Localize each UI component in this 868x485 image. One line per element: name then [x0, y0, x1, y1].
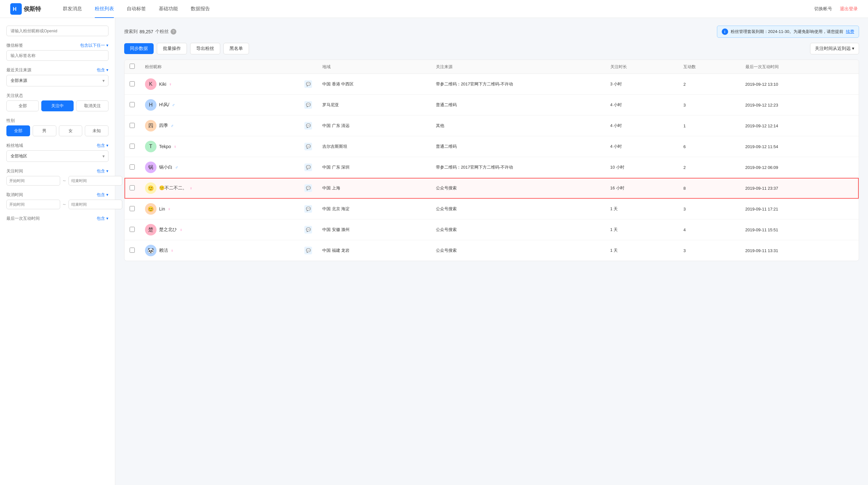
cancel-time-range: ～ 📅: [6, 200, 108, 209]
fan-follow-duration: 16 小时: [605, 178, 679, 199]
nav-item-auto-tag[interactable]: 自动标签: [120, 0, 152, 18]
cancel-time-start[interactable]: [6, 200, 60, 209]
nav-item-fan-list[interactable]: 粉丝列表: [88, 0, 120, 18]
follow-time-start[interactable]: [6, 176, 60, 186]
fan-name-cell: H H\风/ ♂: [145, 99, 292, 111]
table-row: 😊 Lin ♀ 💬中国 北京 海淀公众号搜索1 天32019-09-11 17:…: [124, 199, 859, 220]
fan-search-input[interactable]: [6, 26, 108, 36]
row-checkbox-8[interactable]: [130, 248, 135, 253]
message-icon[interactable]: 💬: [304, 143, 312, 150]
notice-bar: i 粉丝管理套装到期：2024-11-30。为避免影响使用，请您提前 续费: [717, 26, 859, 38]
notice-link[interactable]: 续费: [846, 29, 854, 35]
row-checkbox-7[interactable]: [130, 227, 135, 232]
fan-region: 罗马尼亚: [317, 95, 431, 116]
last-interact-label: 最后一次互动时间 包含 ▾: [6, 216, 108, 221]
fan-name-cell: 楚 楚之北ひ ♀: [145, 224, 292, 235]
batch-op-button[interactable]: 批量操作: [157, 43, 187, 54]
gender-male[interactable]: 男: [33, 125, 56, 136]
wechat-tag-input[interactable]: [6, 50, 108, 61]
fan-last-interact: 2019-09-12 06:09: [740, 157, 859, 178]
fan-interactions: 2: [678, 74, 740, 95]
fan-follow-duration: 1 天: [605, 240, 679, 261]
row-checkbox-5[interactable]: [130, 185, 135, 190]
cancel-time-separator: ～: [62, 201, 67, 207]
fan-follow-duration: 3 小时: [605, 74, 679, 95]
follow-source-filter[interactable]: 包含 ▾: [97, 67, 108, 73]
fan-region-filter[interactable]: 包含 ▾: [97, 143, 108, 149]
fan-name-cell: 😊 Lin ♀: [145, 203, 292, 215]
message-icon[interactable]: 💬: [304, 80, 312, 88]
fan-avatar: 楚: [145, 224, 156, 235]
row-checkbox-4[interactable]: [130, 164, 135, 169]
sidebar-search-section: [6, 26, 108, 36]
fan-source: 公众号搜索: [431, 240, 605, 261]
logo-text: 侯斯特: [24, 5, 41, 13]
time-separator: ～: [62, 178, 67, 184]
gender-unknown[interactable]: 未知: [85, 125, 108, 136]
fan-name-text: Kiki: [159, 82, 166, 87]
th-fan-name: 粉丝昵称: [140, 60, 297, 74]
message-icon[interactable]: 💬: [304, 163, 312, 171]
row-checkbox-3[interactable]: [130, 143, 135, 149]
nav-item-data-report[interactable]: 数据报告: [184, 0, 216, 18]
fan-last-interact: 2019-09-12 11:54: [740, 136, 859, 157]
cancel-time-end[interactable]: [68, 200, 122, 209]
select-all-checkbox[interactable]: [130, 64, 135, 69]
table-row: 🐼 赖洁 ♀ 💬中国 福建 龙岩公众号搜索1 天32019-09-11 13:3…: [124, 240, 859, 261]
fan-name-text: Lin: [159, 206, 165, 212]
fan-avatar: K: [145, 78, 156, 90]
message-icon[interactable]: 💬: [304, 184, 312, 192]
fan-interactions: 2: [678, 157, 740, 178]
main-nav: 群发消息 粉丝列表 自动标签 基础功能 数据报告: [56, 0, 814, 18]
header-right: 切换帐号 退出登录: [814, 6, 858, 12]
nav-item-basic-func[interactable]: 基础功能: [152, 0, 184, 18]
follow-time-filter[interactable]: 包含 ▾: [97, 168, 108, 174]
row-checkbox-1[interactable]: [130, 102, 135, 107]
message-icon[interactable]: 💬: [304, 122, 312, 130]
header: H 侯斯特 群发消息 粉丝列表 自动标签 基础功能 数据报告 切换帐号 退出登录: [0, 0, 868, 18]
table-header: 粉丝昵称 地域 关注来源 关注时长 互动数 最后一次互动时间: [124, 60, 859, 74]
follow-status-unfollowed[interactable]: 取消关注: [76, 100, 108, 111]
switch-account-button[interactable]: 切换帐号: [814, 6, 832, 12]
message-icon[interactable]: 💬: [304, 247, 312, 254]
follow-source-select[interactable]: 全部来源: [6, 75, 108, 86]
follow-time-end[interactable]: [68, 176, 122, 186]
message-icon[interactable]: 💬: [304, 101, 312, 109]
table-row: H H\风/ ♂ 💬罗马尼亚普通二维码4 小时32019-09-12 12:23: [124, 95, 859, 116]
th-last-interact: 最后一次互动时间: [740, 60, 859, 74]
sync-data-button[interactable]: 同步数据: [124, 43, 154, 54]
message-icon[interactable]: 💬: [304, 205, 312, 213]
fan-name-text: H\风/: [159, 102, 169, 108]
export-fans-button[interactable]: 导出粉丝: [190, 43, 220, 54]
logout-button[interactable]: 退出登录: [840, 6, 858, 12]
follow-status-following[interactable]: 关注中: [41, 100, 73, 111]
follow-status-all[interactable]: 全部: [6, 100, 39, 111]
fan-interactions: 6: [678, 136, 740, 157]
fan-table-container: 粉丝昵称 地域 关注来源 关注时长 互动数 最后一次互动时间 K Kiki ♀ …: [124, 60, 859, 261]
fan-region-select[interactable]: 全部地区: [6, 150, 108, 162]
fan-region: 吉尔吉斯斯坦: [317, 136, 431, 157]
message-icon[interactable]: 💬: [304, 226, 312, 233]
search-result-info-icon[interactable]: ?: [170, 29, 176, 35]
gender-all[interactable]: 全部: [6, 125, 30, 136]
sidebar-cancel-time-section: 取消时间 包含 ▾ ～ 📅: [6, 192, 108, 209]
th-interactions: 互动数: [678, 60, 740, 74]
fan-name-cell: 四 四季 ♂: [145, 120, 292, 131]
sort-button[interactable]: 关注时间从近到远 ▾: [810, 43, 859, 54]
th-duration: 关注时长: [605, 60, 679, 74]
last-interact-filter[interactable]: 包含 ▾: [97, 216, 108, 221]
gender-female[interactable]: 女: [59, 125, 83, 136]
blacklist-button[interactable]: 黑名单: [223, 43, 249, 54]
fan-region: 中国 香港 中西区: [317, 74, 431, 95]
follow-time-label: 关注时间 包含 ▾: [6, 168, 108, 174]
row-checkbox-2[interactable]: [130, 123, 135, 128]
toolbar-right: 关注时间从近到远 ▾: [810, 43, 859, 54]
row-checkbox-0[interactable]: [130, 81, 135, 86]
fan-table: 粉丝昵称 地域 关注来源 关注时长 互动数 最后一次互动时间 K Kiki ♀ …: [124, 60, 859, 261]
fan-last-interact: 2019-09-12 13:10: [740, 74, 859, 95]
gender-label: 性别: [6, 118, 108, 124]
cancel-time-filter[interactable]: 包含 ▾: [97, 192, 108, 198]
nav-item-group-msg[interactable]: 群发消息: [56, 0, 88, 18]
row-checkbox-6[interactable]: [130, 206, 135, 211]
wechat-tag-filter[interactable]: 包含以下任一 ▾: [80, 42, 108, 48]
